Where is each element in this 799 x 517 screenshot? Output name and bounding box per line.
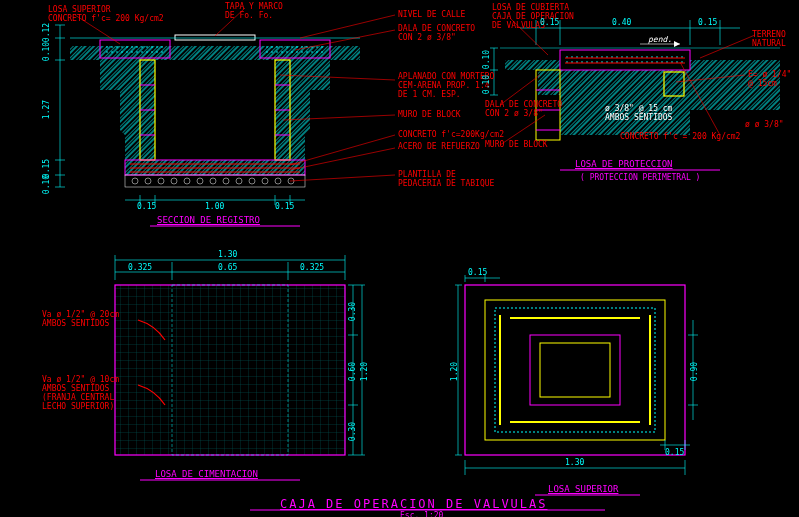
svg-rect-26 [125,175,305,187]
svg-rect-62 [565,54,685,66]
svg-marker-83 [674,41,680,47]
label: LECHO SUPERIOR) [42,402,114,411]
svg-point-30 [171,178,177,184]
label: TAPA Y MARCO [225,2,283,11]
label: AMBOS SENTIDOS [42,319,109,328]
dim: 1.20 [450,362,459,381]
dim: 0.12 [42,23,51,42]
losa-cimentacion [115,255,365,455]
svg-line-59 [290,148,395,170]
label: LOSA DE CUBIERTA [492,3,569,12]
dim: 0.10 [482,75,491,94]
label: TERRENO [752,30,786,39]
dim: 0.325 [128,263,152,272]
dim: 0.30 [348,302,357,321]
dim: 1.20 [360,362,369,381]
label: ø ø 3/8" [745,120,784,129]
dim: 0.15 [137,202,156,211]
dim: 1.27 [42,100,51,119]
svg-rect-102 [465,285,685,455]
dim: 0.90 [690,362,699,381]
svg-point-35 [236,178,242,184]
label: LOSA SUPERIOR [48,5,111,14]
losa-proteccion [490,18,780,145]
label: MURO DE BLOCK [485,140,548,149]
svg-point-28 [145,178,151,184]
dim: 0.30 [348,422,357,441]
label: NIVEL DE CALLE [398,10,465,19]
label: NATURAL [752,39,786,48]
svg-point-29 [158,178,164,184]
dim: 0.10 [42,42,51,61]
label: AMBOS SENTIDOS [605,113,672,122]
label: PLANTILLA DE [398,170,456,179]
svg-line-54 [300,15,395,38]
svg-point-33 [210,178,216,184]
svg-line-58 [290,135,395,165]
drawing-scale: Esc. 1:20 [400,511,443,517]
svg-point-27 [132,178,138,184]
label: APLANADO CON MORTERO [398,72,494,81]
label: CEM-ARENA PROP. 1:4 [398,81,490,90]
svg-point-32 [197,178,203,184]
svg-rect-103 [485,300,665,440]
svg-line-60 [290,175,395,181]
svg-point-36 [249,178,255,184]
label: DALA DE CONCRETO [398,24,475,33]
dim: 0.15 [468,268,487,277]
label: PEDACERIA DE TABIQUE [398,179,494,188]
section-title: LOSA DE PROTECCION [575,159,673,169]
label: E= ø 1/4" [748,70,791,79]
section-title: SECCION DE REGISTRO [157,215,260,225]
dim: 1.30 [565,458,584,467]
label: AMBOS SENTIDOS [42,384,109,393]
label: DE Fo. Fo. [225,11,273,20]
dim: 0.15 [665,448,684,457]
svg-rect-88 [115,285,345,455]
dim: 0.325 [300,263,324,272]
label: CONCRETO f'c = 200 Kg/cm2 [620,132,740,141]
svg-point-38 [275,178,281,184]
label: CAJA DE OPERACION [492,12,574,21]
svg-point-37 [262,178,268,184]
label: CON 2 ø 3/8" [485,109,543,118]
dim: 0.60 [348,362,357,381]
dim: 0.40 [612,18,631,27]
svg-point-31 [184,178,190,184]
drawing-title: CAJA DE OPERACION DE VALVULAS [280,497,548,511]
svg-rect-104 [495,308,655,432]
label: DE VALVULAS [492,21,545,30]
svg-line-80 [700,35,755,58]
label: CONCRETO f'c=200Kg/cm2 [398,130,504,139]
label: DE 1 CM. ESP. [398,90,461,99]
label: Va ø 1/2" @ 20cm [42,310,119,319]
section-title: LOSA DE CIMENTACION [155,469,258,479]
label: MURO DE BLOCK [398,110,461,119]
svg-rect-7 [155,60,275,160]
dim: 1.30 [218,250,237,259]
dim: 0.10 [482,50,491,69]
section-title: LOSA SUPERIOR [548,484,618,494]
dim: 0.15 [275,202,294,211]
label: CON 2 ø 3/8" [398,33,456,42]
section-sub: ( PROTECCION PERIMETRAL ) [580,173,700,182]
dim: 0.15 [540,18,559,27]
losa-superior [455,275,698,475]
svg-rect-19 [265,43,325,55]
label: Va ø 1/2" @ 10cm [42,375,119,384]
label: ø 3/8" @ 15 cm [605,104,672,113]
label: @ 15cm [748,79,777,88]
dim: 0.10 [42,175,51,194]
seccion-registro [55,8,395,205]
label: CONCRETO f'c= 200 Kg/cm2 [48,14,164,23]
label: DALA DE CONCRETO [485,100,562,109]
dim: 0.65 [218,263,237,272]
svg-point-34 [223,178,229,184]
label: (FRANJA CENTRAL [42,393,114,402]
svg-rect-105 [530,335,620,405]
dim: 1.00 [205,202,224,211]
dim: 0.15 [698,18,717,27]
svg-rect-106 [540,343,610,397]
label: ACERO DE REFUERZO [398,142,480,151]
svg-rect-18 [105,43,165,55]
